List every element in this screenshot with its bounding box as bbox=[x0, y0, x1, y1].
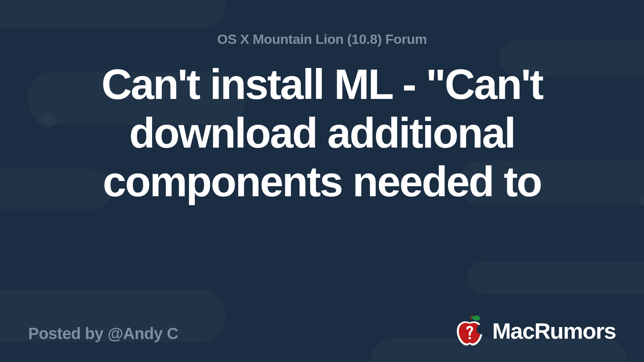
thread-title: Can't install ML - "Can't download addit… bbox=[60, 60, 584, 206]
macrumors-apple-icon bbox=[453, 314, 487, 348]
bg-bubble bbox=[0, 0, 225, 28]
bg-bubble bbox=[467, 261, 644, 294]
svg-point-0 bbox=[477, 324, 487, 334]
forum-name: OS X Mountain Lion (10.8) Forum bbox=[0, 31, 644, 47]
brand-badge: MacRumors bbox=[453, 314, 616, 348]
svg-point-1 bbox=[469, 337, 471, 339]
posted-by-label: Posted by @Andy C bbox=[28, 325, 178, 343]
brand-name: MacRumors bbox=[492, 318, 616, 344]
